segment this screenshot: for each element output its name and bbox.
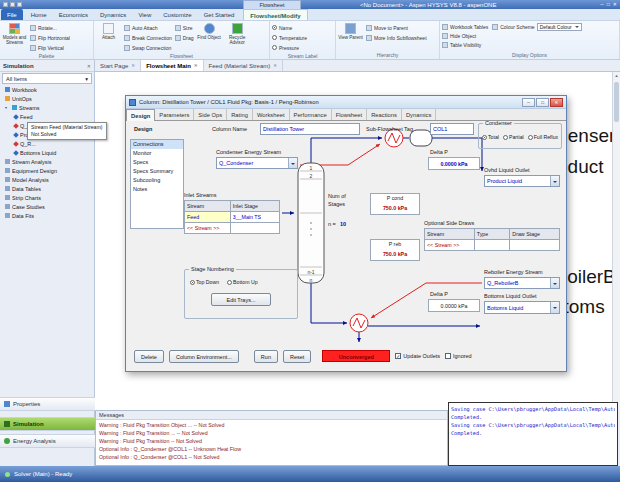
top-down-radio[interactable]: Top Down (190, 279, 219, 285)
ribbon-tab-flowsheet-modify[interactable]: Flowsheet/Modify (243, 9, 307, 20)
nav-item-specs[interactable]: Specs (131, 158, 183, 167)
run-button[interactable]: Run (254, 350, 278, 363)
recycle-advisor-button[interactable]: Recycle Advisor (225, 22, 250, 45)
ignored-checkbox[interactable]: Ignored (445, 353, 472, 359)
dialog-tab-design[interactable]: Design (126, 109, 155, 121)
tree-item-data-fits[interactable]: Data Fits (0, 211, 94, 220)
expander-icon[interactable]: ▾ (5, 105, 10, 110)
ribbon-tab-file[interactable]: File (1, 9, 23, 20)
tab-start-page[interactable]: Start Page✕ (95, 60, 141, 71)
dialog-tab-side-ops[interactable]: Side Ops (194, 109, 227, 120)
auto-attach-button[interactable]: Auto Attach (124, 23, 172, 32)
ribbon-tab-view[interactable]: View (132, 9, 157, 20)
tree-item-equipment-design[interactable]: Equipment Design (0, 166, 94, 175)
more-info-subflowsheet-button[interactable]: More Info Subflowsheet (366, 33, 427, 42)
delta-p-top-field[interactable]: 0.0000 kPa (428, 157, 480, 170)
messages-title[interactable]: Messages (96, 411, 447, 420)
canvas-vertical-scrollbar[interactable]: ▲ (612, 72, 620, 410)
scroll-thumb[interactable] (614, 82, 619, 122)
flip-horizontal-button[interactable]: Flip Horizontal (30, 33, 70, 42)
stream-label-temperature-option[interactable]: Temperature (272, 33, 307, 42)
tab-flowsheet-main[interactable]: Flowsheet Main✕ (141, 60, 203, 71)
edit-trays-button[interactable]: Edit Trays... (211, 293, 271, 306)
dialog-tab-flowsheet[interactable]: Flowsheet (332, 109, 367, 120)
ovhd-outlet-select[interactable]: Product Liquid (484, 175, 560, 187)
models-and-streams-button[interactable]: Models and Streams (2, 22, 27, 45)
stream-label-name-option[interactable]: Name (272, 23, 307, 32)
find-object-button[interactable]: Find Object (197, 22, 222, 40)
save-icon[interactable] (3, 2, 8, 7)
ribbon-tab-get-started[interactable]: Get Started (198, 9, 241, 20)
break-connection-button[interactable]: Break Connection (124, 33, 172, 42)
condenser-full-reflux-radio[interactable]: Full Reflux (528, 134, 559, 140)
properties-nav-button[interactable]: Properties (0, 397, 95, 411)
ribbon-tab-economics[interactable]: Economics (53, 9, 94, 20)
energy-analysis-nav-button[interactable]: Energy Analysis (0, 434, 95, 448)
tree-item-unitops[interactable]: UnitOps (0, 94, 94, 103)
close-button[interactable]: ✕ (613, 1, 617, 8)
close-pane-icon[interactable]: ✕ (87, 60, 91, 71)
side-draws-table[interactable]: StreamTypeDraw Stage << Stream >> (424, 228, 560, 251)
view-parent-button[interactable]: View Parent (338, 22, 363, 40)
delta-p-bottom-field[interactable]: 0.0000 kPa (428, 299, 480, 312)
ribbon-tab-customize[interactable]: Customize (157, 9, 197, 20)
bottom-up-radio[interactable]: Bottom Up (227, 279, 258, 285)
dialog-maximize-button[interactable]: □ (536, 98, 549, 107)
flip-vertical-button[interactable]: Flip Vertical (30, 43, 70, 52)
dialog-close-button[interactable]: ✕ (550, 98, 563, 107)
drag-button[interactable]: Drag (175, 33, 194, 42)
bottoms-outlet-select[interactable]: Bottoms Liquid (484, 301, 560, 314)
delete-button[interactable]: Delete (134, 350, 164, 363)
scroll-up-icon[interactable]: ▲ (613, 72, 620, 80)
maximize-button[interactable]: □ (607, 1, 610, 8)
p-cond-field[interactable]: P cond 750.0 kPa (370, 193, 420, 215)
dialog-minimize-button[interactable]: ─ (522, 98, 535, 107)
simulation-nav-button[interactable]: Simulation (0, 417, 95, 431)
reboiler-energy-select[interactable]: Q_ReboilerB (484, 277, 560, 289)
tab-feed-material-stream[interactable]: Feed (Material Stream)✕ (204, 60, 283, 71)
size-button[interactable]: Size (175, 23, 194, 32)
dialog-tab-worksheet[interactable]: Worksheet (253, 109, 290, 120)
colour-scheme-select[interactable]: Default Colour (537, 23, 582, 31)
close-tab-icon[interactable]: ✕ (273, 63, 277, 68)
subflowsheet-tag-field[interactable]: COL1 (430, 123, 474, 135)
close-tab-icon[interactable]: ✕ (131, 63, 135, 68)
dialog-tab-reactions[interactable]: Reactions (367, 109, 402, 120)
tree-item-workbook[interactable]: Workbook (0, 85, 94, 94)
tree-item-feed[interactable]: Feed (0, 112, 94, 121)
undo-icon[interactable] (10, 2, 15, 7)
tree-item-case-studies[interactable]: Case Studies (0, 202, 94, 211)
all-items-filter[interactable]: All Items▾ (2, 73, 92, 84)
nav-item-notes[interactable]: Notes (131, 185, 183, 194)
stream-label-pressure-option[interactable]: Pressure (272, 43, 307, 52)
flowsheet-canvas[interactable]: Q_Condenser Product Q_ReboilerB Bottoms … (95, 72, 620, 410)
condenser-total-radio[interactable]: Total (482, 134, 499, 140)
dialog-title-bar[interactable]: Column: Distillation Tower / COL1 Fluid … (126, 96, 566, 109)
num-stages-value[interactable]: 10 (340, 221, 346, 227)
workbook-tables-button[interactable]: Workbook Tables (442, 22, 488, 31)
tree-item-q-reboiler[interactable]: Q_R... (0, 139, 94, 148)
ribbon-tab-dynamics[interactable]: Dynamics (94, 9, 132, 20)
reset-button[interactable]: Reset (283, 350, 311, 363)
table-visibility-button[interactable]: Table Visibility (442, 40, 481, 49)
p-reb-field[interactable]: P reb 750.0 kPa (370, 239, 420, 261)
nav-item-specs-summary[interactable]: Specs Summary (131, 167, 183, 176)
ribbon-tab-home[interactable]: Home (25, 9, 53, 20)
redo-icon[interactable] (17, 2, 22, 7)
condenser-partial-radio[interactable]: Partial (503, 134, 524, 140)
tree-item-model-analysis[interactable]: Model Analysis (0, 175, 94, 184)
tree-item-data-tables[interactable]: Data Tables (0, 184, 94, 193)
move-to-parent-button[interactable]: Move to Parent (366, 23, 427, 32)
hide-object-button[interactable]: Hide Object (442, 31, 476, 40)
column-name-field[interactable]: Distillation Tower (260, 123, 360, 135)
column-environment-button[interactable]: Column Environment... (169, 350, 239, 363)
dialog-tab-parameters[interactable]: Parameters (155, 109, 194, 120)
close-tab-icon[interactable]: ✕ (194, 63, 198, 68)
quick-access-toolbar[interactable] (3, 2, 22, 7)
dialog-tab-performance[interactable]: Performance (290, 109, 332, 120)
nav-item-connections[interactable]: Connections (131, 140, 183, 149)
dialog-tab-dynamics[interactable]: Dynamics (402, 109, 436, 120)
nav-item-monitor[interactable]: Monitor (131, 149, 183, 158)
update-outlets-checkbox[interactable]: ✓Update Outlets (395, 353, 440, 359)
condenser-energy-select[interactable]: Q_Condenser (216, 157, 298, 169)
